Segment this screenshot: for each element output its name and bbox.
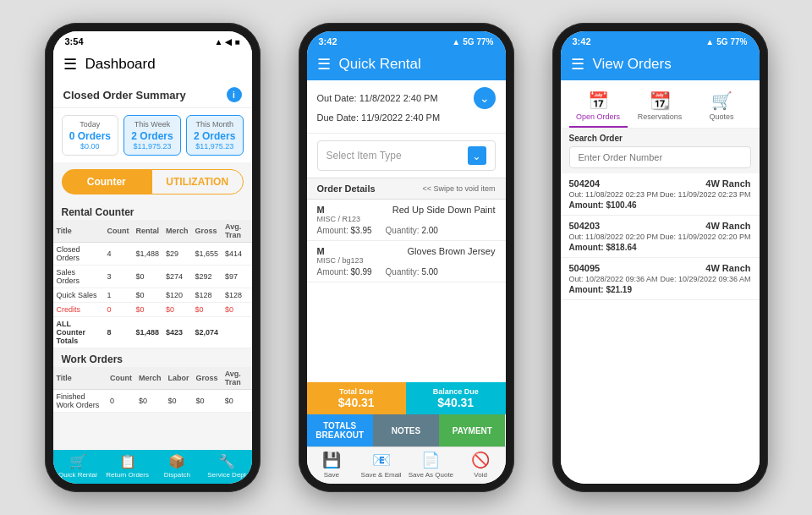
time-2: 3:42 — [319, 36, 337, 47]
nav-void[interactable]: 🚫 Void — [456, 451, 506, 479]
tab-open-orders[interactable]: 📅 Open Orders — [569, 87, 628, 128]
order-details-title: Order Details — [317, 184, 376, 194]
nav-item-return-orders[interactable]: 📋 Return Orders — [102, 453, 152, 479]
rental-counter-table: Title Count Rental Merch Gross Avg. Tran… — [53, 220, 252, 348]
order-card-week[interactable]: This Week 2 Orders $11,975.23 — [123, 115, 181, 156]
due-date-label: Due Date: 11/9/2022 2:40 PM — [317, 112, 441, 123]
order-amount-3: Amount: $21.19 — [569, 285, 751, 294]
counter-button[interactable]: Counter — [62, 169, 152, 194]
clipboard-icon: 📋 — [119, 453, 136, 469]
email-icon: 📧 — [372, 451, 391, 469]
open-orders-icon: 📅 — [588, 90, 609, 111]
status-icons-2: ▲5G77% — [452, 37, 493, 47]
nav-label-dispatch: Dispatch — [164, 471, 190, 479]
status-bar-1: 3:54 ▲◀■ — [53, 31, 252, 48]
phone-quick-rental: 3:42 ▲5G77% ☰ Quick Rental Out Date: 11/… — [299, 23, 514, 492]
th-rental: Rental — [132, 220, 162, 243]
order-list: 504204 4W Ranch Out: 11/08/2022 02:23 PM… — [561, 173, 760, 484]
order-list-item-3[interactable]: 504095 4W Ranch Out: 10/28/2022 09:36 AM… — [561, 258, 760, 300]
status-bar-2: 3:42 ▲5G77% — [307, 31, 506, 48]
tab-quotes[interactable]: 🛒 Quotes — [693, 87, 751, 128]
phone-view-orders: 3:42 ▲5G77% ☰ View Orders 📅 Open Orders … — [552, 23, 768, 492]
save-label: Save — [324, 471, 339, 479]
nav-item-quick-rental[interactable]: 🛒 Quick Rental — [53, 453, 103, 479]
hamburger-icon-1[interactable]: ☰ — [63, 55, 77, 74]
nav-title-1: Dashboard — [85, 56, 156, 73]
wrench-icon: 🔧 — [218, 453, 235, 469]
order-name-1: 4W Ranch — [705, 178, 750, 189]
nav-item-service[interactable]: 🔧 Service Dept — [202, 453, 252, 479]
qr-bottom-nav: 💾 Save 📧 Save & Email 📄 Save As Quote 🚫 … — [307, 447, 506, 484]
search-input[interactable] — [569, 146, 751, 168]
card-amount-month: $11,975.23 — [192, 142, 238, 151]
item-category-1: MISC / R123 — [317, 215, 496, 223]
nav-item-dispatch[interactable]: 📦 Dispatch — [152, 453, 202, 479]
top-nav-3: ☰ View Orders — [561, 48, 760, 80]
bottom-nav-1: 🛒 Quick Rental 📋 Return Orders 📦 Dispatc… — [53, 450, 252, 484]
order-card-today[interactable]: Today 0 Orders $0.00 — [62, 115, 119, 156]
nav-save-quote[interactable]: 📄 Save As Quote — [406, 451, 456, 479]
order-cards: Today 0 Orders $0.00 This Week 2 Orders … — [53, 108, 252, 162]
cart-icon: 🛒 — [69, 453, 86, 469]
order-out-2: Out: 11/08/2022 02:20 PM — [569, 233, 659, 241]
payment-button[interactable]: PAYMENT — [439, 414, 505, 447]
item-type-select[interactable]: Select Item Type ⌄ — [317, 140, 496, 171]
nav-save-email[interactable]: 📧 Save & Email — [356, 451, 406, 479]
order-item-1: M Red Up Side Down Paint MISC / R123 Amo… — [307, 200, 506, 241]
order-card-month[interactable]: This Month 2 Orders $11,975.23 — [186, 115, 244, 156]
swipe-hint: << Swipe to void item — [422, 184, 495, 193]
order-details-header: Order Details << Swipe to void item — [307, 178, 506, 200]
order-out-3: Out: 10/28/2022 09:36 AM — [569, 275, 658, 283]
hamburger-icon-2[interactable]: ☰ — [317, 55, 331, 74]
save-icon: 💾 — [322, 451, 341, 469]
phone-dashboard: 3:54 ▲◀■ ☰ Dashboard Closed Order Summar… — [45, 23, 261, 492]
card-count-today: 0 Orders — [68, 130, 113, 142]
total-due-cell: Total Due $40.31 — [307, 382, 407, 414]
order-item-2: M Gloves Brown Jersey MISC / bg123 Amoun… — [307, 241, 506, 282]
box-icon: 📦 — [168, 453, 185, 469]
nav-save[interactable]: 💾 Save — [307, 451, 357, 479]
void-label: Void — [474, 471, 487, 479]
card-label-week: This Week — [129, 120, 175, 129]
quote-icon: 📄 — [421, 451, 440, 469]
info-icon[interactable]: i — [227, 87, 242, 102]
counter-util-toggle: Counter UTILIZATION — [62, 169, 244, 194]
hamburger-icon-3[interactable]: ☰ — [571, 55, 584, 74]
quotes-icon: 🛒 — [711, 90, 732, 111]
notes-button[interactable]: NOTES — [373, 414, 439, 447]
closed-order-title: Closed Order Summary — [63, 89, 186, 101]
time-3: 3:42 — [573, 36, 591, 47]
nav-title-2: Quick Rental — [339, 56, 421, 73]
total-due-label: Total Due — [312, 387, 402, 396]
card-label-month: This Month — [192, 120, 238, 129]
card-count-week: 2 Orders — [129, 130, 175, 142]
tab-reservations[interactable]: 📆 Reservations — [631, 87, 689, 128]
balance-due-value: $40.31 — [411, 396, 501, 409]
dashboard-content: Closed Order Summary i Today 0 Orders $0… — [53, 80, 252, 450]
balance-due-cell: Balance Due $40.31 — [406, 382, 506, 414]
action-bar: TOTALS BREAKOUT NOTES PAYMENT — [307, 414, 506, 447]
utilization-button[interactable]: UTILIZATION — [151, 169, 244, 194]
nav-label-quick-rental: Quick Rental — [58, 471, 97, 479]
table-row: Closed Orders4$1,488$29$1,655$414 — [53, 243, 252, 266]
item-name-1: Red Up Side Down Paint — [392, 205, 496, 215]
order-list-item-1[interactable]: 504204 4W Ranch Out: 11/08/2022 02:23 PM… — [561, 173, 760, 216]
order-name-3: 4W Ranch — [705, 263, 750, 273]
save-email-label: Save & Email — [361, 471, 402, 479]
save-quote-label: Save As Quote — [409, 471, 453, 479]
rental-counter-title: Rental Counter — [53, 201, 252, 220]
th-merch: Merch — [162, 220, 192, 243]
total-bar: Total Due $40.31 Balance Due $40.31 — [307, 382, 506, 414]
select-arrow-icon: ⌄ — [468, 146, 486, 165]
card-amount-today: $0.00 — [68, 142, 113, 151]
totals-breakout-button[interactable]: TOTALS BREAKOUT — [307, 414, 373, 447]
chevron-down-icon[interactable]: ⌄ — [474, 87, 496, 109]
search-section: Search Order — [561, 129, 760, 173]
top-nav-2: ☰ Quick Rental — [307, 48, 506, 80]
order-due-2: Due: 11/09/2022 02:20 PM — [660, 233, 751, 241]
vo-tabs: 📅 Open Orders 📆 Reservations 🛒 Quotes — [561, 80, 760, 129]
out-date-label: Out Date: 11/8/2022 2:40 PM — [317, 93, 438, 103]
table-row-credits: Credits0$0$0$0$0 — [53, 303, 252, 317]
nav-title-3: View Orders — [593, 56, 672, 73]
order-list-item-2[interactable]: 504203 4W Ranch Out: 11/08/2022 02:20 PM… — [561, 216, 760, 258]
